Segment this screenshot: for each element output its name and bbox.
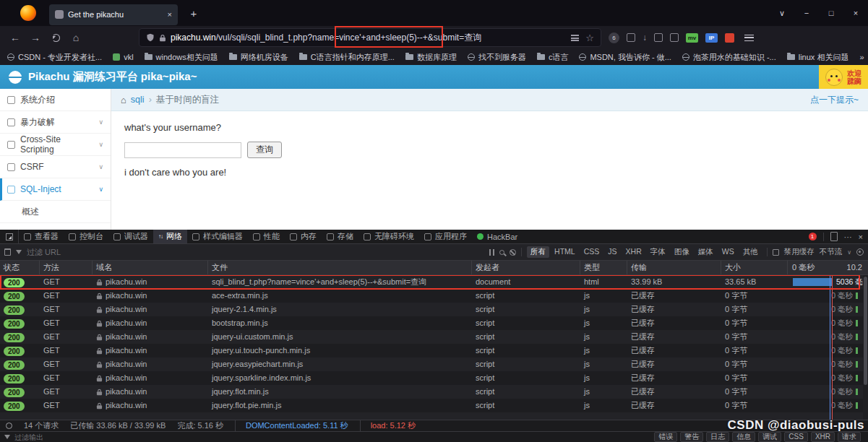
bookmark-item[interactable]: MSDN, 我告诉你 - 做...: [579, 52, 671, 63]
network-request-row[interactable]: 200GETpikachu.winjquery.flot.min.jsscrip…: [0, 385, 868, 399]
column-header-0[interactable]: 状态: [0, 261, 40, 274]
filter-url-input[interactable]: [27, 248, 113, 256]
browser-tab[interactable]: Get the pikachu ×: [49, 4, 178, 25]
ublock-extension-icon[interactable]: 6: [609, 32, 619, 43]
sidebar-item-system-intro[interactable]: 系统介绍: [0, 89, 111, 111]
network-request-row[interactable]: 200GETpikachu.winjquery-ui.custom.min.js…: [0, 330, 868, 344]
console-filter-错误[interactable]: 错误: [654, 432, 677, 442]
pick-element-button[interactable]: [0, 230, 19, 243]
menu-icon[interactable]: [744, 35, 754, 41]
devtools-tab-storage[interactable]: 存储: [322, 230, 358, 243]
devtools-tab-memory[interactable]: 内存: [285, 230, 322, 243]
disable-cache-checkbox[interactable]: [773, 249, 779, 256]
console-filter-日志[interactable]: 日志: [706, 432, 729, 442]
ip-extension-badge[interactable]: IP: [705, 33, 718, 43]
tab-close-icon[interactable]: ×: [168, 10, 172, 19]
home-icon[interactable]: ⌂: [121, 95, 126, 105]
download-extension-icon[interactable]: ↓: [643, 33, 647, 42]
column-header-4[interactable]: 发起者: [472, 261, 580, 274]
network-request-row[interactable]: 200GETpikachu.winbootstrap.min.jsscriptj…: [0, 316, 868, 330]
filter-type-CSS[interactable]: CSS: [580, 246, 603, 258]
devtools-tab-inspector[interactable]: 查看器: [19, 230, 64, 243]
column-header-3[interactable]: 文件: [208, 261, 472, 274]
bookmark-item[interactable]: 泡茶用水的基础知识 -...: [682, 52, 776, 63]
column-header-6[interactable]: 传输: [627, 261, 721, 274]
extension-icon-2[interactable]: [654, 33, 663, 42]
column-header-5[interactable]: 类型: [580, 261, 627, 274]
bookmark-item[interactable]: linux 相关问题: [787, 52, 849, 63]
column-header-7[interactable]: 大小: [721, 261, 788, 274]
scrollbar[interactable]: [863, 275, 868, 420]
reload-button[interactable]: [46, 29, 65, 46]
console-filter-请求[interactable]: 请求: [838, 432, 861, 442]
bookmark-item[interactable]: 找不到服务器: [468, 52, 526, 63]
mv-extension-badge[interactable]: mv: [686, 33, 698, 43]
sidebar-item-xss[interactable]: Cross-Site Scripting∨: [0, 134, 111, 156]
console-filter-XHR[interactable]: XHR: [811, 432, 835, 442]
sidebar-item-overview[interactable]: 概述: [0, 201, 111, 223]
back-button[interactable]: ←: [6, 29, 25, 46]
waterfall-header[interactable]: 0 毫秒 10.2: [788, 261, 868, 274]
minimize-button[interactable]: −: [794, 0, 819, 26]
bookmark-item[interactable]: CSDN - 专业开发者社...: [7, 52, 102, 63]
devtools-tab-debugger[interactable]: 调试器: [108, 230, 153, 243]
devtools-tab-hackbar[interactable]: HackBar: [472, 230, 523, 243]
column-header-2[interactable]: 域名: [93, 261, 208, 274]
devtools-tab-performance[interactable]: 性能: [248, 230, 285, 243]
console-filter-调试[interactable]: 调试: [758, 432, 781, 442]
throttle-select[interactable]: 不节流: [820, 247, 843, 257]
home-button[interactable]: ⌂: [66, 29, 85, 46]
console-filter-信息[interactable]: 信息: [732, 432, 755, 442]
lock-icon[interactable]: [159, 34, 166, 42]
search-icon[interactable]: [499, 250, 504, 255]
error-count-badge[interactable]: 1: [809, 233, 817, 240]
devtools-tab-console[interactable]: 控制台: [64, 230, 108, 243]
tracking-protection-shield-icon[interactable]: [146, 33, 155, 42]
network-settings-gear-icon[interactable]: [856, 248, 864, 256]
bookmark-item[interactable]: C语言指针和内存原理...: [299, 52, 395, 63]
console-filter-警告[interactable]: 警告: [680, 432, 703, 442]
block-request-icon[interactable]: [510, 249, 516, 256]
breadcrumb-section-link[interactable]: sqli: [131, 95, 145, 105]
new-tab-button[interactable]: +: [185, 7, 202, 20]
filter-type-其他[interactable]: 其他: [739, 246, 762, 258]
bookmark-item[interactable]: windows相关问题: [145, 52, 218, 63]
sidebar-item-brute-force[interactable]: 暴力破解∨: [0, 111, 111, 134]
column-header-1[interactable]: 方法: [40, 261, 93, 274]
network-request-row[interactable]: 200GETpikachu.winsqli_blind_t.php?name=v…: [0, 275, 868, 289]
bookmark-item[interactable]: c语言: [537, 52, 569, 63]
bookmark-star-icon[interactable]: ☆: [585, 32, 594, 43]
url-bar[interactable]: pikachu.win/vul/sqli/sqli_blind_t.php?na…: [139, 28, 601, 47]
network-request-row[interactable]: 200GETpikachu.winjquery.sparkline.index.…: [0, 371, 868, 385]
filter-type-JS[interactable]: JS: [604, 246, 620, 258]
console-filter-input[interactable]: [14, 433, 80, 441]
red-extension-icon[interactable]: [725, 33, 734, 43]
username-input[interactable]: [124, 142, 241, 158]
filter-type-XHR[interactable]: XHR: [622, 246, 645, 258]
bookmarks-overflow-button[interactable]: »: [859, 53, 864, 61]
extension-icon-1[interactable]: [627, 33, 635, 42]
url-text[interactable]: pikachu.win/vul/sqli/sqli_blind_t.php?na…: [171, 32, 481, 44]
filter-type-图像[interactable]: 图像: [671, 246, 693, 258]
filter-type-WS[interactable]: WS: [718, 246, 738, 258]
filter-type-HTML[interactable]: HTML: [551, 246, 579, 258]
maximize-button[interactable]: □: [819, 0, 843, 26]
responsive-design-icon[interactable]: [830, 232, 838, 241]
list-tabs-button[interactable]: ∨: [770, 0, 794, 26]
sidebar-item-sql-inject[interactable]: SQL-Inject∨: [0, 178, 111, 201]
sidebar-item-csrf[interactable]: CSRF∨: [0, 156, 111, 178]
devtools-close-icon[interactable]: ×: [859, 233, 863, 241]
bookmark-item[interactable]: vkl: [113, 53, 133, 61]
reader-mode-icon[interactable]: [571, 35, 579, 41]
devtools-tab-application[interactable]: 应用程序: [419, 230, 472, 243]
clear-requests-icon[interactable]: [4, 248, 11, 256]
bookmark-item[interactable]: 网络机房设备: [229, 52, 288, 63]
console-filter-CSS[interactable]: CSS: [784, 432, 808, 442]
forward-button[interactable]: →: [26, 29, 45, 46]
network-request-row[interactable]: 200GETpikachu.winjquery-2.1.4.min.jsscri…: [0, 303, 868, 316]
close-button[interactable]: ×: [843, 0, 868, 26]
devtools-tab-network[interactable]: ↑↓网络: [153, 230, 187, 243]
filter-type-字体[interactable]: 字体: [647, 246, 669, 258]
scrollbar-thumb[interactable]: [864, 277, 867, 385]
search-button[interactable]: 查询: [247, 142, 282, 158]
